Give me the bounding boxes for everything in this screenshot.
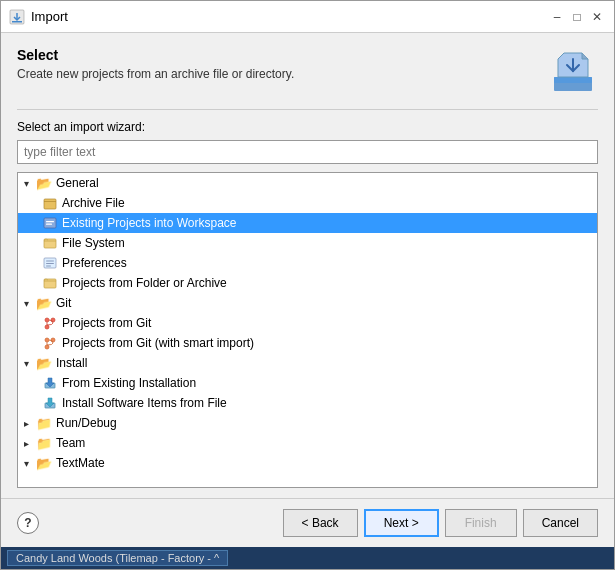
- svg-rect-13: [46, 261, 54, 262]
- title-bar-controls: – □ ✕: [548, 8, 606, 26]
- filesystem-icon: [42, 235, 58, 251]
- header-text: Select Create new projects from an archi…: [17, 47, 294, 81]
- taskbar-label: Candy Land Woods (Tilemap - Factory - ^: [16, 552, 219, 564]
- window-icon: [9, 9, 25, 25]
- chevron-right-icon: ▸: [24, 438, 36, 449]
- tree-item-label: Run/Debug: [56, 416, 117, 430]
- svg-point-21: [45, 338, 49, 342]
- title-bar: Import – □ ✕: [1, 1, 614, 33]
- tree-group-install[interactable]: ▾ 📂 Install: [18, 353, 597, 373]
- maximize-button[interactable]: □: [568, 8, 586, 26]
- tree-item-label: Install Software Items from File: [62, 396, 227, 410]
- tree-group-run-debug[interactable]: ▸ 📁 Run/Debug: [18, 413, 597, 433]
- header-section: Select Create new projects from an archi…: [17, 47, 598, 97]
- page-title: Select: [17, 47, 294, 63]
- svg-point-23: [45, 345, 49, 349]
- folder-open-icon: 📂: [36, 355, 52, 371]
- chevron-down-icon: ▾: [24, 298, 36, 309]
- svg-point-19: [45, 325, 49, 329]
- git-smart-icon: [42, 335, 58, 351]
- folder-closed-icon: 📁: [36, 415, 52, 431]
- next-button[interactable]: Next >: [364, 509, 439, 537]
- filter-input[interactable]: [17, 140, 598, 164]
- git-icon: [42, 315, 58, 331]
- title-bar-left: Import: [9, 9, 68, 25]
- tree-leaf-file-system[interactable]: File System: [18, 233, 597, 253]
- tree-leaf-from-existing[interactable]: From Existing Installation: [18, 373, 597, 393]
- tree-item-label: Install: [56, 356, 87, 370]
- tree-item-label: Archive File: [62, 196, 125, 210]
- svg-rect-2: [12, 21, 22, 23]
- back-button[interactable]: < Back: [283, 509, 358, 537]
- svg-rect-11: [44, 239, 56, 248]
- taskbar-item[interactable]: Candy Land Woods (Tilemap - Factory - ^: [7, 550, 228, 566]
- svg-rect-14: [46, 263, 54, 264]
- chevron-down-icon: ▾: [24, 458, 36, 469]
- svg-rect-4: [554, 77, 592, 83]
- main-content: Select Create new projects from an archi…: [1, 33, 614, 498]
- footer-buttons: < Back Next > Finish Cancel: [283, 509, 598, 537]
- tree-item-label: Projects from Git: [62, 316, 151, 330]
- tree-group-general[interactable]: ▾ 📂 General: [18, 173, 597, 193]
- footer-left: ?: [17, 512, 39, 534]
- svg-rect-10: [46, 224, 52, 225]
- software-icon: [42, 395, 58, 411]
- tree-leaf-projects-folder[interactable]: Projects from Folder or Archive: [18, 273, 597, 293]
- svg-rect-6: [44, 199, 56, 209]
- folder-open-icon: 📂: [36, 295, 52, 311]
- tree-group-git[interactable]: ▾ 📂 Git: [18, 293, 597, 313]
- tree-item-label: Team: [56, 436, 85, 450]
- tree-leaf-projects-git-smart[interactable]: Projects from Git (with smart import): [18, 333, 597, 353]
- page-description: Create new projects from an archive file…: [17, 67, 294, 81]
- tree-item-label: General: [56, 176, 99, 190]
- svg-rect-15: [46, 266, 51, 267]
- tree-item-label: TextMate: [56, 456, 105, 470]
- tree-item-label: Preferences: [62, 256, 127, 270]
- tree-group-team[interactable]: ▸ 📁 Team: [18, 433, 597, 453]
- footer: ? < Back Next > Finish Cancel: [1, 498, 614, 547]
- svg-rect-8: [44, 218, 56, 228]
- finish-button[interactable]: Finish: [445, 509, 517, 537]
- tree-item-label: Projects from Git (with smart import): [62, 336, 254, 350]
- folder-archive-icon: [42, 275, 58, 291]
- filter-label: Select an import wizard:: [17, 120, 598, 134]
- tree-item-label: File System: [62, 236, 125, 250]
- minimize-button[interactable]: –: [548, 8, 566, 26]
- tree-leaf-install-software[interactable]: Install Software Items from File: [18, 393, 597, 413]
- header-icon: [548, 47, 598, 97]
- help-button[interactable]: ?: [17, 512, 39, 534]
- chevron-right-icon: ▸: [24, 418, 36, 429]
- svg-point-17: [45, 318, 49, 322]
- cancel-button[interactable]: Cancel: [523, 509, 598, 537]
- window-title: Import: [31, 9, 68, 24]
- tree-leaf-existing-projects[interactable]: Existing Projects into Workspace: [18, 213, 597, 233]
- taskbar-strip: Candy Land Woods (Tilemap - Factory - ^: [1, 547, 614, 569]
- projects-icon: [42, 215, 58, 231]
- tree-group-textmate[interactable]: ▾ 📂 TextMate: [18, 453, 597, 473]
- svg-rect-16: [44, 279, 56, 288]
- folder-open-icon: 📂: [36, 455, 52, 471]
- tree-leaf-projects-git[interactable]: Projects from Git: [18, 313, 597, 333]
- chevron-down-icon: ▾: [24, 358, 36, 369]
- archive-icon: [42, 195, 58, 211]
- tree-item-label: Existing Projects into Workspace: [62, 216, 237, 230]
- header-divider: [17, 109, 598, 110]
- tree-container[interactable]: ▾ 📂 General Archive File Existing Projec…: [17, 172, 598, 488]
- import-window: Import – □ ✕ Select Create new projects …: [0, 0, 615, 570]
- tree-item-label: Git: [56, 296, 71, 310]
- svg-rect-9: [46, 221, 54, 222]
- tree-leaf-preferences[interactable]: Preferences: [18, 253, 597, 273]
- folder-closed-icon: 📁: [36, 435, 52, 451]
- chevron-down-icon: ▾: [24, 178, 36, 189]
- import-icon: [550, 49, 596, 95]
- tree-item-label: Projects from Folder or Archive: [62, 276, 227, 290]
- preferences-icon: [42, 255, 58, 271]
- folder-open-icon: 📂: [36, 175, 52, 191]
- install-icon: [42, 375, 58, 391]
- close-button[interactable]: ✕: [588, 8, 606, 26]
- tree-leaf-archive-file[interactable]: Archive File: [18, 193, 597, 213]
- tree-item-label: From Existing Installation: [62, 376, 196, 390]
